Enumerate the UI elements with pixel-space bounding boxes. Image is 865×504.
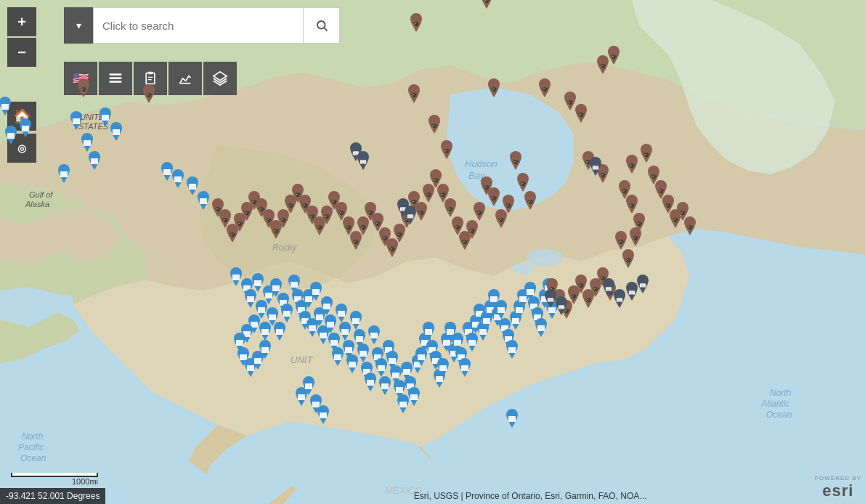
svg-text:Ocean: Ocean <box>20 453 46 463</box>
svg-text:Pacific: Pacific <box>18 442 44 452</box>
svg-point-2 <box>512 263 534 275</box>
left-controls: 🏠 ◎ <box>7 102 36 163</box>
svg-rect-24 <box>146 73 155 84</box>
location-button[interactable]: ◎ <box>7 134 36 163</box>
svg-rect-23 <box>110 81 122 83</box>
svg-text:Ocean: Ocean <box>766 410 792 420</box>
chart-button[interactable] <box>168 62 202 95</box>
toolbar-row: 🇺🇸 <box>64 62 237 95</box>
search-submit-button[interactable] <box>304 7 340 44</box>
svg-text:MÉXICO: MÉXICO <box>385 485 422 496</box>
svg-text:STATES: STATES <box>78 122 109 131</box>
svg-text:Rocky: Rocky <box>272 243 297 253</box>
zoom-out-button[interactable]: − <box>7 38 36 67</box>
svg-rect-22 <box>110 77 122 79</box>
layers-button[interactable] <box>203 62 237 95</box>
clipboard-button[interactable] <box>134 62 167 95</box>
search-dropdown-button[interactable]: ▾ <box>64 7 93 44</box>
svg-text:UNIT: UNIT <box>291 354 313 365</box>
svg-rect-25 <box>148 72 153 74</box>
list-button[interactable] <box>99 62 132 95</box>
home-button[interactable]: 🏠 <box>7 102 36 131</box>
map-container[interactable]: UNITED STATES Hudson Bay Gulf of Alaska … <box>0 0 865 504</box>
svg-point-19 <box>317 21 325 29</box>
zoom-in-button[interactable]: + <box>7 7 36 36</box>
svg-text:Atlantic: Atlantic <box>760 399 789 409</box>
search-bar: ▾ <box>64 7 340 44</box>
svg-text:Alaska: Alaska <box>25 200 49 208</box>
svg-text:North: North <box>770 388 792 398</box>
flag-button[interactable]: 🇺🇸 <box>64 62 97 95</box>
svg-text:Gulf of: Gulf of <box>29 190 53 199</box>
svg-text:STA: STA <box>378 347 395 358</box>
svg-text:UNITED: UNITED <box>80 113 110 121</box>
svg-text:Hudson: Hudson <box>465 158 498 169</box>
zoom-controls: + − <box>7 7 36 67</box>
svg-text:Bay: Bay <box>468 170 486 181</box>
svg-line-20 <box>324 28 327 31</box>
search-input[interactable] <box>93 7 304 44</box>
svg-text:North: North <box>22 431 44 442</box>
svg-point-1 <box>527 249 563 267</box>
svg-rect-21 <box>110 73 122 76</box>
